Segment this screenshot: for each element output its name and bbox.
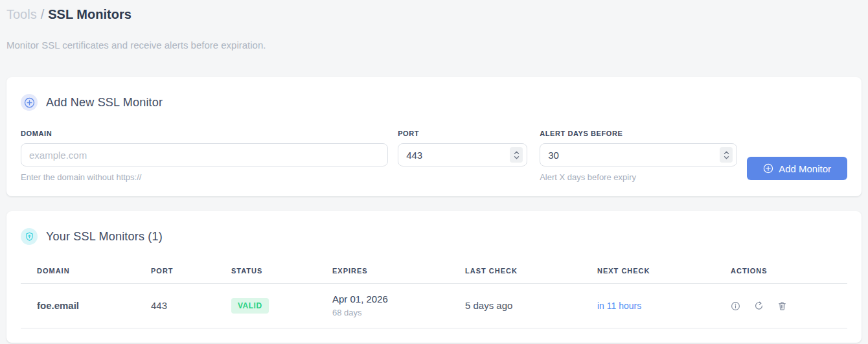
add-monitor-button[interactable]: Add Monitor: [747, 157, 847, 180]
expires-date: Apr 01, 2026: [332, 293, 442, 304]
submit-field-group: Add Monitor: [747, 130, 847, 182]
domain-hint: Enter the domain without https://: [21, 172, 388, 182]
breadcrumb-separator: /: [41, 7, 45, 21]
port-label: PORT: [398, 130, 527, 137]
breadcrumb-tools-link[interactable]: Tools: [6, 7, 37, 21]
cell-status: VALID: [215, 284, 316, 328]
plus-circle-icon: [763, 163, 773, 174]
cell-next-check: in 11 hours: [581, 284, 714, 328]
expires-days-remaining: 68 days: [332, 308, 442, 317]
trash-icon[interactable]: [777, 301, 787, 311]
alert-days-field-group: ALERT DAYS BEFORE Alert X days before ex…: [540, 130, 737, 182]
monitors-card: Your SSL Monitors (1) DOMAIN PORT STATUS…: [6, 211, 862, 343]
monitors-card-header: Your SSL Monitors (1): [21, 228, 847, 245]
domain-field-group: DOMAIN Enter the domain without https://: [21, 130, 388, 182]
info-icon[interactable]: [731, 301, 740, 311]
domain-input[interactable]: [21, 143, 388, 166]
shield-icon: [21, 228, 38, 245]
table-row: foe.email 443 VALID Apr 01, 2026 68 days…: [21, 284, 847, 328]
next-check-time: in 11 hours: [597, 301, 641, 311]
add-monitor-card: Add New SSL Monitor DOMAIN Enter the dom…: [6, 77, 862, 196]
page-subtitle: Monitor SSL certificates and receive ale…: [6, 40, 862, 51]
cell-last-check: 5 days ago: [449, 284, 581, 328]
port-input[interactable]: [398, 143, 527, 166]
cell-port: 443: [135, 284, 215, 328]
port-stepper[interactable]: [510, 147, 523, 163]
cell-expires: Apr 01, 2026 68 days: [316, 284, 449, 328]
monitors-table: DOMAIN PORT STATUS EXPIRES LAST CHECK NE…: [21, 260, 847, 328]
domain-label: DOMAIN: [21, 130, 388, 137]
column-header-domain: DOMAIN: [21, 260, 135, 284]
monitors-card-title: Your SSL Monitors (1): [46, 230, 163, 244]
page-title: SSL Monitors: [48, 7, 131, 21]
add-monitor-button-label: Add Monitor: [779, 163, 831, 174]
column-header-next-check: NEXT CHECK: [581, 260, 714, 284]
column-header-last-check: LAST CHECK: [449, 260, 581, 284]
port-field-group: PORT: [398, 130, 527, 182]
column-header-actions: ACTIONS: [714, 260, 847, 284]
plus-circle-icon: [21, 94, 38, 111]
column-header-port: PORT: [135, 260, 215, 284]
table-header-row: DOMAIN PORT STATUS EXPIRES LAST CHECK NE…: [21, 260, 847, 284]
alert-days-input[interactable]: [540, 143, 737, 166]
status-badge: VALID: [231, 298, 269, 314]
add-monitor-card-header: Add New SSL Monitor: [21, 94, 847, 111]
refresh-icon[interactable]: [754, 301, 764, 311]
alert-days-stepper[interactable]: [720, 147, 733, 163]
breadcrumb: Tools/SSL Monitors: [6, 5, 862, 23]
add-monitor-card-title: Add New SSL Monitor: [46, 96, 163, 109]
alert-days-label: ALERT DAYS BEFORE: [540, 130, 737, 137]
page: Tools/SSL Monitors Monitor SSL certifica…: [0, 0, 868, 343]
column-header-expires: EXPIRES: [316, 260, 449, 284]
cell-actions: [714, 284, 847, 328]
add-monitor-form: DOMAIN Enter the domain without https://…: [21, 130, 847, 182]
alert-days-hint: Alert X days before expiry: [540, 172, 737, 182]
cell-domain: foe.email: [21, 284, 135, 328]
column-header-status: STATUS: [215, 260, 316, 284]
